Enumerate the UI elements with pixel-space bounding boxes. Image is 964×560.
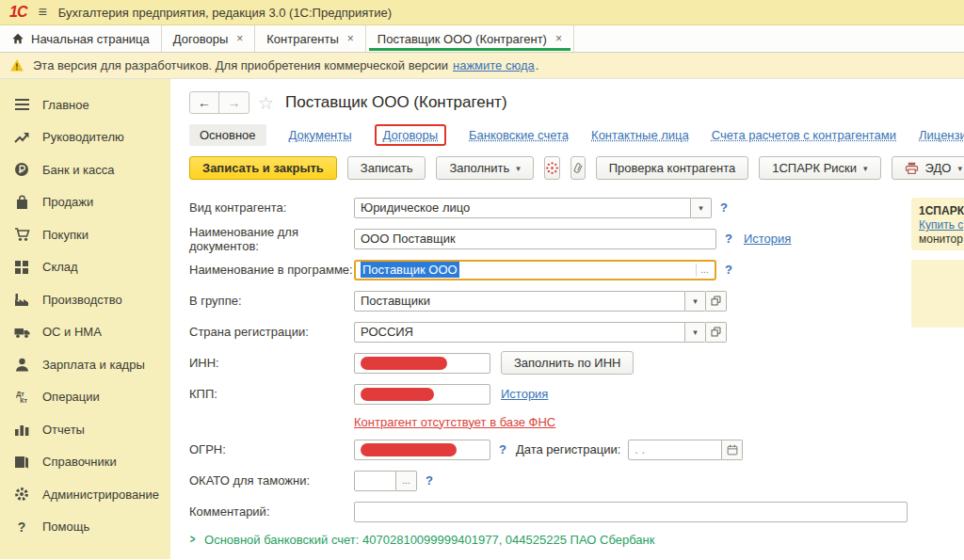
dropdown-button[interactable]: ▾ xyxy=(691,198,712,218)
field-row-ogrn: ОГРН: ? Дата регистрации: . . xyxy=(189,434,964,465)
save-button[interactable]: Записать xyxy=(347,156,426,180)
sidebar-item-operacii[interactable]: ДтКт Операции xyxy=(0,381,170,414)
help-icon[interactable]: ? xyxy=(499,442,506,456)
close-icon[interactable]: × xyxy=(236,32,243,45)
fill-by-inn-button[interactable]: Заполнить по ИНН xyxy=(501,351,634,375)
calendar-button[interactable] xyxy=(722,440,743,460)
kpp-history-link[interactable]: История xyxy=(501,387,548,401)
spark-promo-panel[interactable]: 1СПАРК Купить с монитор xyxy=(911,198,964,250)
name-in-program-input[interactable]: Поставщик ООО ... xyxy=(354,260,716,280)
inn-input[interactable] xyxy=(354,353,490,374)
field-label: ИНН: xyxy=(189,356,354,370)
redaction-bar xyxy=(361,388,434,401)
comment-input[interactable] xyxy=(354,502,908,522)
chevron-right-icon: > xyxy=(190,533,196,546)
edo-button[interactable]: ЭДО▾ xyxy=(892,156,964,180)
sidebar-item-glavnoe[interactable]: Главное xyxy=(0,88,170,121)
fill-button[interactable]: Заполнить▾ xyxy=(436,156,533,180)
okato-input[interactable] xyxy=(354,471,396,491)
sidebar-item-otchety[interactable]: Отчеты xyxy=(0,413,170,446)
close-icon[interactable]: × xyxy=(347,32,354,45)
window-titlebar: 1С ≡ Бухгалтерия предприятия, редакция 3… xyxy=(0,0,964,25)
section-address[interactable]: > Адрес и телефон xyxy=(189,552,964,559)
nav-item-bankovskie-scheta[interactable]: Банковские счета xyxy=(469,128,569,142)
sidebar-item-administrirovanie[interactable]: Администрирование xyxy=(0,478,170,511)
sidebar-item-prodazhi[interactable]: Продажи xyxy=(0,186,170,219)
dropdown-button[interactable]: ▾ xyxy=(685,291,706,312)
chevron-down-icon: ▾ xyxy=(957,164,962,173)
open-button[interactable] xyxy=(706,291,727,312)
name-for-documents-input[interactable]: ООО Поставщик xyxy=(354,229,716,249)
tab-label: Договоры xyxy=(173,32,228,46)
favorite-star-icon[interactable]: ☆ xyxy=(258,92,274,114)
sidebar-item-spravochniki[interactable]: Справочники xyxy=(0,446,170,479)
home-icon xyxy=(11,32,24,45)
sidebar-item-proizvodstvo[interactable]: Производство xyxy=(0,283,170,316)
sidebar-item-label: Производство xyxy=(42,293,122,307)
open-icon xyxy=(711,327,721,337)
nav-item-dogovory[interactable]: Договоры xyxy=(383,128,438,142)
sidebar-item-pokupki[interactable]: Покупки xyxy=(0,218,170,251)
logo-1c-icon: 1С xyxy=(9,4,26,21)
nav-item-licenzii-postavshchikov[interactable]: Лицензии поставщиков ал xyxy=(919,128,964,142)
tab-postavshchik-kontragent[interactable]: Поставщик ООО (Контрагент) × xyxy=(366,25,574,52)
choose-button[interactable]: ... xyxy=(696,264,713,277)
sidebar-item-os-i-nma[interactable]: ОС и НМА xyxy=(0,316,170,349)
save-and-close-button[interactable]: Записать и закрыть xyxy=(189,156,337,180)
tab-dogovory[interactable]: Договоры × xyxy=(162,25,255,52)
field-row-group: В группе: Поставщики ▾ xyxy=(189,285,964,316)
help-icon[interactable]: ? xyxy=(720,200,728,215)
sidebar-item-label: Справочники xyxy=(42,455,117,469)
nav-item-osnovnoe[interactable]: Основное xyxy=(189,124,266,146)
field-row-kpp: КПП: История xyxy=(189,378,964,409)
spark-risks-button[interactable]: 1СПАРК Риски▾ xyxy=(759,156,880,180)
section-bank-account[interactable]: > Основной банковский счет: 407028100999… xyxy=(189,527,964,552)
promo-buy-link[interactable]: Купить с xyxy=(919,218,963,232)
main-menu-icon[interactable]: ≡ xyxy=(38,4,46,21)
sidebar-item-bank-i-kassa[interactable]: Банк и касса xyxy=(0,153,170,186)
help-icon[interactable]: ? xyxy=(725,263,732,277)
nav-item-dokumenty[interactable]: Документы xyxy=(289,128,352,142)
dadata-starburst-button[interactable] xyxy=(544,156,560,180)
ruble-icon xyxy=(13,162,30,177)
ogrn-input[interactable] xyxy=(354,440,490,460)
fns-missing-link[interactable]: Контрагент отсутствует в базе ФНС xyxy=(354,415,555,429)
tab-label: Поставщик ООО (Контрагент) xyxy=(378,32,547,46)
selected-text: Поставщик ООО xyxy=(361,262,459,278)
choose-button[interactable]: ... xyxy=(396,471,417,491)
counterparty-type-select[interactable]: Юридическое лицо xyxy=(354,198,691,218)
fns-status-row: Контрагент отсутствует в базе ФНС xyxy=(189,409,964,434)
bar-chart-icon xyxy=(13,422,30,437)
tab-kontragenty[interactable]: Контрагенты × xyxy=(255,25,366,52)
sidebar-item-pomoshch[interactable]: ? Помощь xyxy=(0,511,170,544)
close-icon[interactable]: × xyxy=(555,32,562,45)
sidebar-item-label: Руководителю xyxy=(42,130,124,144)
sidebar-item-label: Отчеты xyxy=(42,423,85,437)
sidebar-item-rukovoditelyu[interactable]: Руководителю xyxy=(0,121,170,154)
truck-icon xyxy=(13,325,30,340)
check-counterparty-button[interactable]: Проверка контрагента xyxy=(596,156,748,180)
field-row-country: Страна регистрации: РОССИЯ ▾ xyxy=(189,316,964,347)
nav-item-scheta-raschetov[interactable]: Счета расчетов с контрагентами xyxy=(712,128,896,142)
sidebar-item-zarplata-i-kadry[interactable]: Зарплата и кадры xyxy=(0,348,170,381)
sidebar-item-sklad[interactable]: Склад xyxy=(0,251,170,284)
name-history-link[interactable]: История xyxy=(744,232,791,246)
attachments-button[interactable] xyxy=(570,156,586,180)
dropdown-button[interactable]: ▾ xyxy=(685,322,706,343)
field-label: ОКАТО для таможни: xyxy=(189,473,354,488)
tab-home[interactable]: Начальная страница xyxy=(0,25,162,52)
field-row-name-prog: Наименование в программе: Поставщик ООО … xyxy=(189,254,964,285)
starburst-icon xyxy=(545,161,559,175)
registration-date-input[interactable]: . . xyxy=(628,440,722,460)
kpp-input[interactable] xyxy=(354,384,490,405)
forward-button[interactable]: → xyxy=(219,92,249,113)
nav-item-kontaktnye-lica[interactable]: Контактные лица xyxy=(591,128,689,142)
back-button[interactable]: ← xyxy=(190,92,219,113)
help-icon[interactable]: ? xyxy=(725,232,732,246)
group-select[interactable]: Поставщики xyxy=(354,291,685,312)
warning-link[interactable]: нажмите сюда xyxy=(453,58,535,72)
open-button[interactable] xyxy=(706,322,727,343)
sidebar-item-label: Помощь xyxy=(42,520,89,534)
help-icon[interactable]: ? xyxy=(426,473,433,488)
country-select[interactable]: РОССИЯ xyxy=(354,322,685,343)
